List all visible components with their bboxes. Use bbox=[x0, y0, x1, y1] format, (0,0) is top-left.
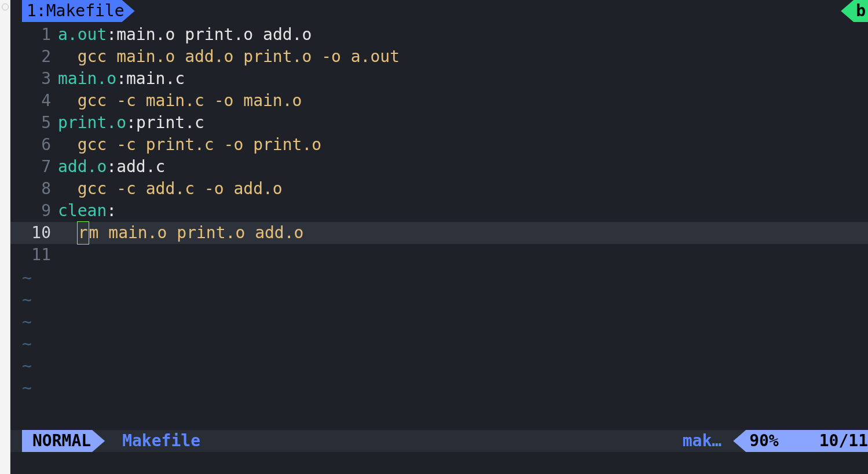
code-line: 4 gcc -c main.c -o main.o bbox=[10, 90, 868, 112]
code-line: 5 print.o:print.c bbox=[10, 112, 868, 134]
line-number: 11 bbox=[10, 244, 58, 266]
line-number: 2 bbox=[10, 46, 58, 68]
line-number: 4 bbox=[10, 90, 58, 112]
line-number: 7 bbox=[10, 156, 58, 178]
buffer-tab-label: Makefile bbox=[46, 0, 124, 22]
end-of-buffer-tildes: ~ ~ ~ ~ ~ ~ bbox=[10, 266, 868, 399]
code-line: 7 add.o:add.c bbox=[10, 156, 868, 178]
buffer-tab-index: 1 bbox=[27, 0, 36, 22]
mode-segment: NORMAL bbox=[22, 430, 105, 452]
buffer-bar: 1: Makefile b bbox=[10, 0, 868, 22]
code-line: 3 main.o:main.c bbox=[10, 68, 868, 90]
buffer-flag-badge: b bbox=[841, 0, 868, 22]
line-number: 5 bbox=[10, 112, 58, 134]
os-scrollbar[interactable] bbox=[0, 0, 10, 474]
line-number: 1 bbox=[10, 24, 58, 46]
code-area[interactable]: 1 a.out:main.o print.o add.o 2 gcc main.… bbox=[10, 22, 868, 430]
cursor: r bbox=[77, 221, 89, 245]
code-line: 1 a.out:main.o print.o add.o bbox=[10, 24, 868, 46]
code-line: 2 gcc main.o add.o print.o -o a.out bbox=[10, 46, 868, 68]
buffer-tab[interactable]: 1: Makefile bbox=[22, 0, 135, 22]
command-line[interactable] bbox=[10, 452, 868, 474]
line-number: 3 bbox=[10, 68, 58, 90]
code-line: 6 gcc -c print.c -o print.o bbox=[10, 134, 868, 156]
position-segment: 90% 10/11 bbox=[733, 430, 868, 452]
line-number: 8 bbox=[10, 178, 58, 200]
code-line: 11 bbox=[10, 244, 868, 266]
status-line: NORMAL Makefile mak… 90% 10/11 bbox=[10, 430, 868, 452]
file-segment: Makefile bbox=[105, 430, 210, 452]
filetype-segment: mak… bbox=[671, 430, 733, 452]
line-number: 9 bbox=[10, 200, 58, 222]
code-line: 9 clean: bbox=[10, 200, 868, 222]
line-number: 6 bbox=[10, 134, 58, 156]
line-number: 10 bbox=[10, 222, 58, 244]
code-line: 8 gcc -c add.c -o add.o bbox=[10, 178, 868, 200]
editor-window: 1: Makefile b 1 a.out:main.o print.o add… bbox=[10, 0, 868, 474]
code-line-current: 10 rm main.o print.o add.o bbox=[10, 222, 868, 244]
